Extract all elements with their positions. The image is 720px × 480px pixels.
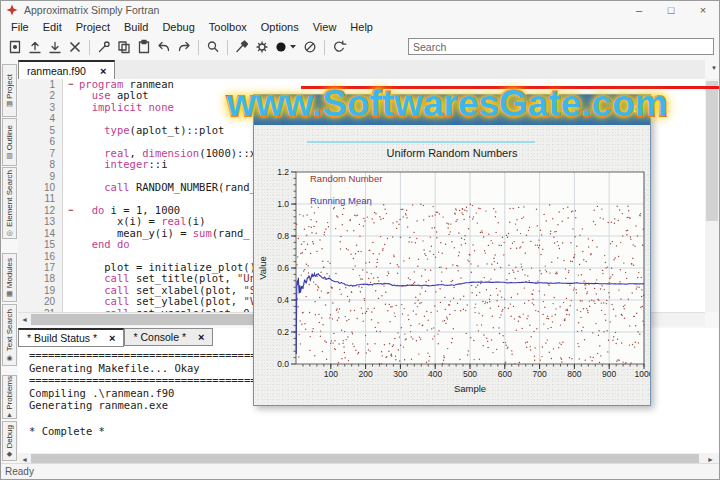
menu-project[interactable]: Project (69, 21, 117, 33)
sidebar-tab-debug[interactable]: Debug◆ (2, 421, 17, 461)
line-number: 20 (18, 296, 62, 307)
stop-icon[interactable] (300, 38, 320, 56)
fold-margin (63, 182, 79, 193)
close-button[interactable]: × (687, 1, 719, 19)
sidebar-tab-label: Problems (5, 376, 14, 410)
fold-margin (63, 273, 79, 284)
tab-overflow-icon[interactable]: ▼ (711, 65, 717, 71)
undo-icon[interactable] (154, 38, 174, 56)
editor-tab-bar: ranmean.f90 × ▼ (18, 60, 705, 80)
svg-text:700: 700 (533, 369, 547, 379)
line-number: 19 (18, 285, 62, 296)
refresh-icon[interactable] (329, 38, 349, 56)
menu-edit[interactable]: Edit (36, 21, 69, 33)
status-bar: Ready (1, 463, 719, 479)
search-input[interactable] (408, 38, 714, 55)
editor-tab-label: ranmean.f90 (27, 65, 86, 77)
redo-icon[interactable] (174, 38, 194, 56)
toolbar-separator (89, 40, 90, 55)
fold-margin (63, 113, 79, 124)
sidebar-tab-project[interactable]: Project▤ (2, 64, 17, 117)
sidebar-tab-element-search[interactable]: Element Search◎ (2, 167, 17, 239)
fold-margin (63, 296, 79, 307)
svg-text:Value: Value (257, 256, 268, 280)
line-number: 6 (18, 136, 62, 147)
paste-icon[interactable] (134, 38, 154, 56)
editor-tab-ranmean[interactable]: ranmean.f90 × (18, 60, 115, 81)
line-number: 3 (18, 102, 62, 113)
problems-icon: ▲ (6, 411, 13, 418)
line-number-gutter: 123456789101112131415161718192021 (18, 79, 63, 312)
panel-tab-close-icon[interactable]: × (109, 333, 115, 343)
save-all-icon[interactable] (45, 38, 65, 56)
sidebar-tab-text-search[interactable]: Text Search◉ (2, 304, 17, 366)
scroll-left-icon[interactable]: ◄ (18, 313, 31, 326)
line-number: 2 (18, 90, 62, 101)
fold-margin (63, 193, 79, 204)
scrollbar-thumb[interactable] (706, 81, 718, 221)
open-project-icon[interactable] (25, 38, 45, 56)
chart-canvas: 10020030040050060070080090010000.00.20.4… (254, 161, 650, 407)
line-number: 18 (18, 273, 62, 284)
window-title: Approximatrix Simply Fortran (24, 4, 159, 16)
build-output-line: * Complete * (29, 425, 715, 438)
menu-bar: FileEditProjectBuildDebugToolboxOptionsV… (1, 19, 719, 34)
maximize-button[interactable]: □ (655, 1, 687, 19)
menu-file[interactable]: File (4, 21, 36, 33)
fold-margin (63, 262, 79, 273)
code-text: type(aplot_t)::plot (79, 125, 224, 136)
sidebar-tab-modules[interactable]: Modules▦ (2, 253, 17, 302)
svg-text:Random Number: Random Number (310, 173, 382, 184)
svg-text:1000: 1000 (635, 369, 650, 379)
toolbar-separator (324, 40, 325, 55)
fold-marker-icon[interactable]: − (63, 205, 79, 216)
menu-toolbox[interactable]: Toolbox (202, 21, 254, 33)
svg-text:0.2: 0.2 (277, 327, 289, 337)
line-number: 7 (18, 148, 62, 159)
svg-text:Sample: Sample (454, 383, 486, 394)
panel-tab-console[interactable]: * Console *× (124, 328, 213, 346)
menu-build[interactable]: Build (117, 21, 155, 33)
sidebar-tab-outline[interactable]: Outline▥ (2, 118, 17, 166)
run-icon[interactable] (272, 38, 300, 56)
fold-margin (63, 148, 79, 159)
fold-marker-icon[interactable]: − (63, 79, 79, 90)
menu-options[interactable]: Options (254, 21, 306, 33)
debug-icon: ◆ (7, 450, 12, 457)
menu-debug[interactable]: Debug (155, 21, 201, 33)
menu-view[interactable]: View (306, 21, 344, 33)
svg-text:1.2: 1.2 (277, 167, 289, 177)
menu-help[interactable]: Help (343, 21, 380, 33)
dialog-close-icon[interactable]: × (629, 101, 637, 117)
minimize-button[interactable]: – (623, 1, 655, 19)
editor-vertical-scrollbar[interactable] (705, 79, 719, 312)
panel-tab-buildstatus[interactable]: * Build Status *× (18, 328, 124, 347)
dialog-body: Uniform Random Numbers 10020030040050060… (254, 125, 650, 405)
line-number: 16 (18, 251, 62, 262)
dialog-titlebar[interactable]: × (254, 95, 650, 125)
sidebar-tab-label: Modules (5, 258, 14, 288)
line-number: 15 (18, 239, 62, 250)
toolbar-separator (198, 40, 199, 55)
close-file-icon[interactable] (65, 38, 85, 56)
tab-close-icon[interactable]: × (100, 66, 106, 76)
plot-title: Uniform Random Numbers (254, 147, 650, 159)
code-text: implicit none (79, 102, 174, 113)
fold-margin (63, 285, 79, 296)
line-number: 4 (18, 113, 62, 124)
line-number: 9 (18, 171, 62, 182)
fold-margin (63, 125, 79, 136)
tools-icon[interactable] (94, 38, 114, 56)
sidebar-tab-label: Element Search (5, 170, 14, 227)
toolbar (1, 35, 719, 59)
copy-icon[interactable] (114, 38, 134, 56)
new-file-icon[interactable] (5, 38, 25, 56)
panel-tab-close-icon[interactable]: × (198, 332, 204, 342)
build-icon[interactable] (232, 38, 252, 56)
fold-margin (63, 136, 79, 147)
options-gear-icon[interactable] (252, 38, 272, 56)
svg-text:600: 600 (498, 369, 512, 379)
sidebar-tab-problems[interactable]: Problems▲ (2, 375, 17, 419)
line-number: 13 (18, 216, 62, 227)
find-icon[interactable] (203, 38, 223, 56)
